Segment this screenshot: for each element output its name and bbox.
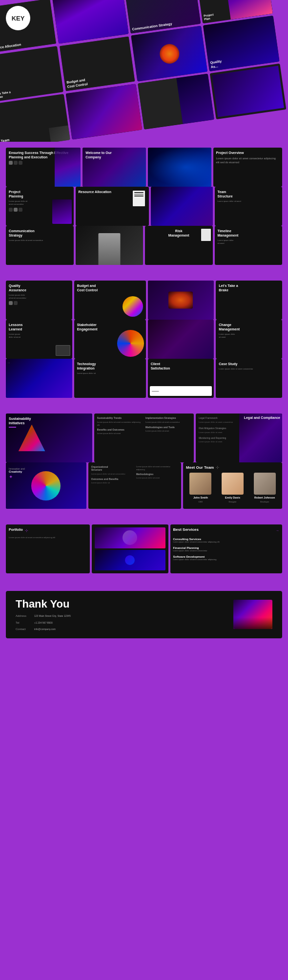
- dg-card-9: TeamStructure: [0, 94, 70, 142]
- dg-card-1: Resource Allocation: [0, 0, 57, 54]
- slide-row-6: ... TechnologyIntegration Lorem ipsum do…: [6, 359, 282, 398]
- thankyou-title: Thank You: [16, 598, 71, 610]
- slide-person2-img: [76, 226, 144, 265]
- slide-case-study: Case Study Lorem ipsum dolor sit amet co…: [216, 359, 282, 398]
- slide-row-2: ProjectPlanning Lorem ipsum dolor sitame…: [6, 187, 282, 226]
- thankyou-info: Address 123 Main Street City, State 1234…: [16, 614, 71, 632]
- slide-row-1: Ensuring Success Through Effective Plann…: [6, 148, 282, 187]
- slide-lets-brake: Let's Take aBrake: [216, 281, 282, 320]
- thankyou-contact-row: Contact info@company.com: [16, 628, 71, 632]
- dg-card-7: [131, 26, 207, 82]
- slide-tech-integration: TechnologyIntegration Lorem ipsum dolor …: [74, 359, 146, 398]
- dg-card-10: [66, 84, 143, 139]
- slide-project-overview: Project Overview Lorem ipsum dolor sit a…: [213, 148, 282, 187]
- slide-best-services: Best Services → Consulting Services Lore…: [170, 524, 283, 573]
- slide-multi-col: Sustainability Trends Lorem ipsum dolor …: [94, 414, 194, 462]
- slide-welcome: Welcome to OurCompany: [82, 148, 146, 187]
- section-slides-3: SustainabilityInitiatives Sustainability…: [0, 408, 288, 515]
- service-item-2: Financial Planning Lorem ipsum dolor sit…: [173, 546, 280, 552]
- slide-row-9: Portfolio ⊹ Lorem ipsum dolor sit amet c…: [6, 524, 282, 573]
- team-photo-3: [254, 473, 276, 495]
- slide-budget: Budget andCost Control: [74, 281, 146, 320]
- thankyou-content: Thank You Address 123 Main Street City, …: [16, 598, 71, 632]
- slide-timeline-mgmt: TimelineManagement Lorem ipsum dolorsit …: [215, 226, 283, 265]
- slide-portfolio-imgs: [92, 524, 168, 573]
- slide-ensuring: Ensuring Success Through Effective Plann…: [6, 148, 81, 187]
- slide-resource-alloc: Resource Allocation: [76, 187, 149, 226]
- slide-row-5: LessonsLearned Lorem ipsumdolor sit amet…: [6, 320, 282, 359]
- dg-card-6: Budget andCost Control: [59, 36, 136, 91]
- team-photo-1: [189, 473, 211, 495]
- slide-blue-person: [148, 148, 211, 187]
- team-member-3: Robert Johnson Developer: [250, 473, 279, 503]
- key-badge: KEY: [6, 6, 30, 30]
- slide-row-4: QualityAssurance Lorem ipsum dolorsit am…: [6, 281, 282, 320]
- slide-project-overview-title: Project Overview: [216, 151, 279, 155]
- slide-comm-strategy: CommunicationStrategy Lorem ipsum dolor …: [6, 226, 74, 265]
- slide-risk-mgmt: RiskManagement: [145, 226, 213, 265]
- section-slides-2: QualityAssurance Lorem ipsum dolorsit am…: [0, 275, 288, 404]
- hero-section: KEY Resource Allocation Communication St…: [0, 0, 288, 142]
- team-member-1: John Smith CEO: [186, 473, 215, 503]
- slide-sustainability: SustainabilityInitiatives: [6, 414, 92, 462]
- thankyou-image: [233, 600, 272, 629]
- slide-brake-img: [148, 281, 214, 320]
- dg-card-11: [138, 74, 214, 130]
- slide-change-mgmt: ChangeManagement Lorem ipsum dolorsit am…: [216, 320, 282, 359]
- thankyou-address-row: Address 123 Main Street City, State 1234…: [16, 614, 71, 618]
- dg-card-12: [210, 64, 287, 119]
- slide-client-sat: ClientSatisfaction ━━━━━━━: [148, 359, 214, 398]
- slide-lessons: LessonsLearned Lorem ipsumdolor sit amet: [6, 320, 72, 359]
- slide-row-8: Innovation and Creativity ✦ Organization…: [6, 462, 282, 509]
- slide-row-7: SustainabilityInitiatives Sustainability…: [6, 414, 282, 462]
- slide-tech-img: ...: [6, 359, 72, 398]
- section-thankyou: Thank You Address 123 Main Street City, …: [0, 583, 288, 646]
- thankyou-tel-row: Tel +1 234 567 8900: [16, 621, 71, 625]
- diagonal-grid: Resource Allocation Communication Strate…: [0, 0, 288, 142]
- slide-org-chart: OrganizationalStructure Lorem ipsum dolo…: [88, 462, 181, 509]
- slide-project-planning: ProjectPlanning Lorem ipsum dolor sitame…: [6, 187, 74, 226]
- service-item-3: Software Development Lorem ipsum dolor s…: [173, 555, 280, 561]
- slide-meet-team: Meet Our Team ⊹ John Smith CEO Emily Dav…: [183, 462, 282, 509]
- slide-legal-compliance: Legal Framework Lorem ipsum dolor sit am…: [196, 414, 282, 462]
- team-photo-2: [222, 473, 244, 495]
- service-item-1: Consulting Services Lorem ipsum dolor si…: [173, 538, 280, 544]
- slide-portfolio-left: Portfolio ⊹ Lorem ipsum dolor sit amet c…: [6, 524, 90, 573]
- slide-stakeholder: StakeholderEngagement: [74, 320, 146, 359]
- slide-quality: QualityAssurance Lorem ipsum dolorsit am…: [6, 281, 72, 320]
- slide-change-img: [148, 320, 214, 359]
- section-slides-1: Ensuring Success Through Effective Plann…: [0, 142, 288, 271]
- slide-colorful-img: Innovation and Creativity ✦: [6, 462, 86, 509]
- section-slides-4: Portfolio ⊹ Lorem ipsum dolor sit amet c…: [0, 519, 288, 579]
- team-member-2: Emily Davis Designer: [218, 473, 247, 503]
- dg-card-5: Let's Take aBrake: [0, 46, 63, 102]
- dg-card-1-title: Resource Allocation: [0, 43, 21, 51]
- slide-row-3: CommunicationStrategy Lorem ipsum dolor …: [6, 226, 282, 265]
- dg-card-8: QualityAs...: [203, 16, 280, 71]
- slide-team-img: [151, 187, 213, 226]
- slide-team-structure: TeamStructure Lorem ipsum dolor sit amet: [215, 187, 283, 226]
- thankyou-card: Thank You Address 123 Main Street City, …: [6, 591, 282, 638]
